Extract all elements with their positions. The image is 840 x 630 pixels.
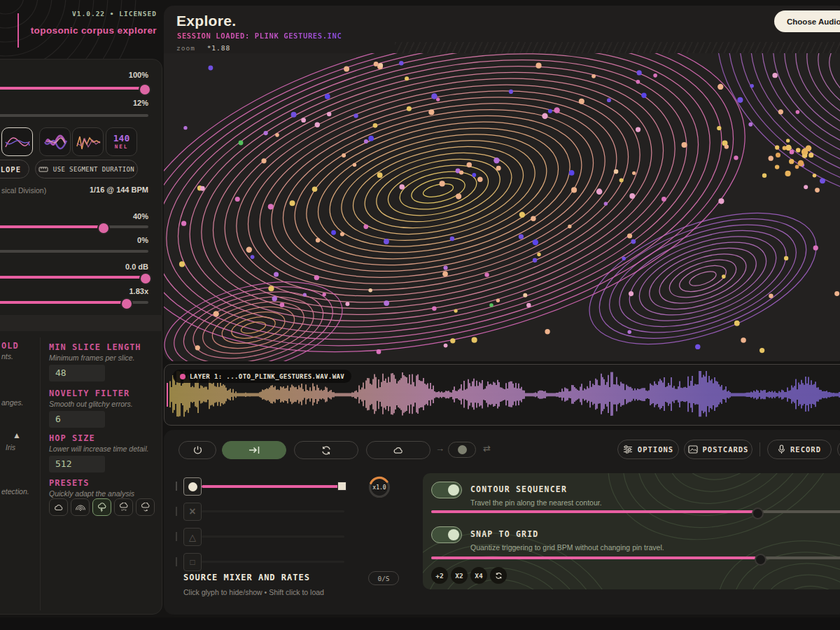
mode-button-nel[interactable]: 140 NEL xyxy=(106,127,137,156)
rate-x2-button[interactable]: X2 xyxy=(451,567,468,584)
mixer-slider-thumb[interactable] xyxy=(337,482,346,491)
mixer-glyph-triangle[interactable]: △ xyxy=(183,528,202,546)
postcard-icon xyxy=(688,445,698,454)
use-segment-duration-button[interactable]: USE SEGMENT DURATION xyxy=(35,160,138,178)
swap-icon[interactable]: ⇄ xyxy=(483,443,491,454)
x-glyph-icon: × xyxy=(189,506,195,517)
sync-icon xyxy=(495,572,503,580)
section-header: S xyxy=(0,315,162,331)
rate-x4-button[interactable]: X4 xyxy=(470,567,487,584)
contour-map-canvas[interactable] xyxy=(164,53,840,361)
sync-icon xyxy=(321,445,332,456)
preset-storm-button[interactable] xyxy=(92,498,111,516)
mode-button-envelope[interactable] xyxy=(1,127,33,156)
mixer-track-dim xyxy=(202,561,344,563)
playhead[interactable] xyxy=(167,383,168,407)
contour-sequencer-toggle[interactable] xyxy=(431,482,462,498)
min-slice-length-desc: Minimum frames per slice. xyxy=(49,354,135,362)
mixer-row-tick xyxy=(176,507,177,516)
slider-thumb[interactable] xyxy=(139,83,151,96)
contour-sequencer-desc: Travel the pin along the nearest contour… xyxy=(470,498,602,507)
rate-plus2-button[interactable]: +2 xyxy=(431,567,448,584)
column-divider xyxy=(40,337,41,610)
layer-badge[interactable]: LAYER 1: ...OTO_PLINK_GESTURES.WAV.WAV xyxy=(173,370,351,383)
toggle-knob xyxy=(448,484,459,496)
mini-toggle[interactable] xyxy=(448,442,476,458)
mixer-glyph-circle[interactable] xyxy=(183,477,202,496)
snap-to-grid-desc: Quantize triggering to grid BPM without … xyxy=(470,543,664,552)
division-label: sical Division) xyxy=(1,186,46,195)
contour-sequencer-label: CONTOUR SEQUENCER xyxy=(470,484,567,494)
novelty-filter-input[interactable]: 6 xyxy=(49,411,105,428)
slider-thumb[interactable] xyxy=(97,222,110,234)
main-panel: Explore. SESSION LOADED: PLINK GESTURES.… xyxy=(164,6,840,361)
preset-rain-button[interactable] xyxy=(114,498,133,516)
triangle-glyph-icon: △ xyxy=(189,533,196,542)
envelope-button-label: ELOPE xyxy=(0,165,21,174)
cloud-rain-icon xyxy=(118,503,130,512)
min-slice-length-label: MIN SLICE LENGTH xyxy=(49,342,141,352)
signal-arcs-icon xyxy=(75,503,86,512)
mixer-glyph-x[interactable]: × xyxy=(183,503,202,521)
min-slice-length-input[interactable]: 48 xyxy=(49,365,105,382)
slider[interactable] xyxy=(0,114,148,117)
cloud-refresh-icon xyxy=(140,503,151,512)
mixer-glyph-square[interactable]: □ xyxy=(183,553,202,571)
nel-label: NEL xyxy=(115,144,129,150)
choose-audio-file-button[interactable]: Choose Audio File xyxy=(774,10,840,32)
microphone-icon xyxy=(778,444,785,454)
division-value: 1/16 @ 144 BPM xyxy=(90,186,148,194)
mixer-subtitle: Click glyph to hide/show • Shift click t… xyxy=(183,588,324,596)
slider-value: 0.0 dB xyxy=(125,262,148,271)
slider-thumb[interactable] xyxy=(752,507,764,519)
flow-arrow-icon: → xyxy=(435,443,444,454)
mode-button-transient[interactable] xyxy=(72,127,104,156)
record-button[interactable]: RECORD xyxy=(767,440,832,459)
hop-size-desc: Lower will increase time detail. xyxy=(49,444,148,453)
presets-desc: Quickly adapt the analysis xyxy=(49,489,134,498)
fragment-etection: etection. xyxy=(1,487,29,496)
zoom-value: *1.88 xyxy=(207,44,231,52)
session-status: SESSION LOADED: PLINK GESTURES.INC xyxy=(177,31,342,40)
options-button[interactable]: OPTIONS xyxy=(617,440,679,459)
mini-toggle-knob[interactable] xyxy=(458,445,467,454)
hop-size-input[interactable]: 512 xyxy=(49,456,105,472)
square-glyph-icon: □ xyxy=(190,558,195,566)
cloud-lightning-icon xyxy=(97,503,108,512)
slider-value: 100% xyxy=(129,71,148,79)
slider-thumb[interactable] xyxy=(755,554,766,566)
snap-to-grid-toggle[interactable] xyxy=(431,526,462,543)
slider-thumb[interactable] xyxy=(139,272,152,285)
postcards-button[interactable]: POSTCARDS xyxy=(684,440,752,459)
spectral-blob-icon xyxy=(42,132,69,152)
mode-button-spectral[interactable] xyxy=(39,127,71,156)
mixer-badge-label: 0/S xyxy=(377,575,389,582)
presets-label: PRESETS xyxy=(49,478,90,488)
accent-rule xyxy=(18,13,19,48)
envelope-button[interactable]: ELOPE xyxy=(0,160,29,178)
preset-signal-button[interactable] xyxy=(71,498,90,516)
app-window: V1.0.22 • LICENSED toposonic corpus expl… xyxy=(0,0,840,630)
circle-glyph-icon xyxy=(188,482,197,491)
resync-button[interactable] xyxy=(294,441,358,459)
mixer-title: SOURCE MIXER AND RATES xyxy=(183,573,310,582)
layer-badge-label: LAYER 1: ...OTO_PLINK_GESTURES.WAV.WAV xyxy=(190,373,344,380)
mixer-track-dim xyxy=(202,510,344,512)
warning-icon: ▲︎ xyxy=(13,430,21,440)
power-button[interactable] xyxy=(178,441,216,459)
slider-thumb[interactable] xyxy=(120,298,133,310)
sidebar: V1.0.22 • LICENSED toposonic corpus expl… xyxy=(0,0,162,630)
rate-knob[interactable]: x1.0 xyxy=(367,475,392,500)
cloud-icon xyxy=(392,446,405,455)
record-label: RECORD xyxy=(790,445,821,454)
preset-cloud-button[interactable] xyxy=(49,498,68,516)
advance-button[interactable] xyxy=(222,441,286,459)
bottom-panel: → ⇄ OPTIONS POSTCARDS RECORD xyxy=(164,430,840,615)
cloud-button[interactable] xyxy=(366,441,430,459)
bottom-strip xyxy=(0,617,840,630)
edge-cut-button[interactable] xyxy=(837,440,840,459)
slider[interactable] xyxy=(0,250,148,253)
preset-cycle-button[interactable] xyxy=(136,498,155,516)
rate-sync-button[interactable] xyxy=(490,567,507,584)
threshold-label: OLD xyxy=(1,341,19,351)
